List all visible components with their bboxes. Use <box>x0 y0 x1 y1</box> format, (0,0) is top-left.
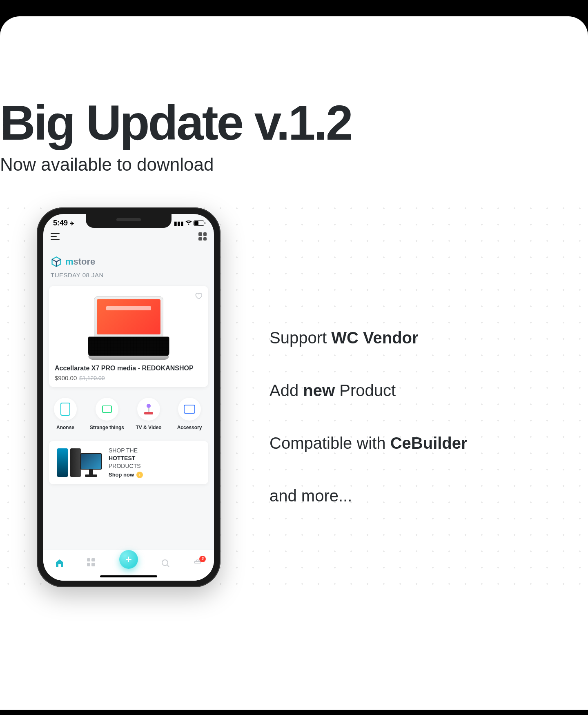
favorite-icon[interactable] <box>194 292 203 300</box>
svg-point-0 <box>162 560 168 566</box>
feature-add-product: Add new Product <box>270 381 468 400</box>
battery-icon <box>194 221 204 226</box>
app-logo: mstore <box>43 244 214 269</box>
feature-more: and more... <box>270 487 468 505</box>
tab-home[interactable] <box>55 558 65 568</box>
category-tv[interactable]: TV & Video <box>132 398 165 430</box>
wifi-icon <box>185 220 192 227</box>
grid-view-icon[interactable] <box>198 232 207 241</box>
product-card[interactable]: Accellarate X7 PRO media - REDOKANSHOP $… <box>49 286 208 387</box>
signal-icon: ▮▮▮ <box>174 220 184 227</box>
tab-cart[interactable]: 2 <box>193 558 203 568</box>
feature-wc-vendor: Support WC Vendor <box>270 329 468 347</box>
status-time: 5:49 ✈ <box>53 219 74 227</box>
home-indicator <box>100 575 157 577</box>
date-label: TUESDAY 08 JAN <box>43 269 214 283</box>
cart-badge: 2 <box>199 556 206 562</box>
tab-grid[interactable] <box>87 558 97 568</box>
menu-icon[interactable] <box>51 233 60 240</box>
phone-mockup: 5:49 ✈ ▮▮▮ <box>37 207 220 587</box>
tab-search[interactable] <box>160 558 170 568</box>
promo-banner[interactable]: SHOP THE HOTTEST PRODUCTS Shop now› <box>49 441 208 484</box>
hero-subtitle: Now available to download <box>0 154 588 175</box>
feature-cebuilder: Compatible with CeBuilder <box>270 434 468 452</box>
logo-icon <box>51 256 62 267</box>
promo-image <box>55 448 104 477</box>
category-strange[interactable]: Strange things <box>90 398 124 430</box>
category-anonse[interactable]: Anonse <box>49 398 82 430</box>
hero-title: Big Update v.1.2 <box>0 98 588 147</box>
hero-section: Big Update v.1.2 Now available to downlo… <box>0 98 588 207</box>
shop-now-link[interactable]: Shop now› <box>109 471 143 479</box>
category-accessory[interactable]: Accessory <box>173 398 206 430</box>
product-price: $900.00$1,120.00 <box>55 374 203 381</box>
phone-notch <box>86 214 172 228</box>
fab-add[interactable]: + <box>119 550 138 569</box>
product-title: Accellarate X7 PRO media - REDOKANSHOP <box>55 364 203 373</box>
product-image <box>88 296 169 357</box>
feature-list: Support WC Vendor Add new Product Compat… <box>270 255 468 539</box>
category-row: Anonse Strange things <box>43 390 214 434</box>
